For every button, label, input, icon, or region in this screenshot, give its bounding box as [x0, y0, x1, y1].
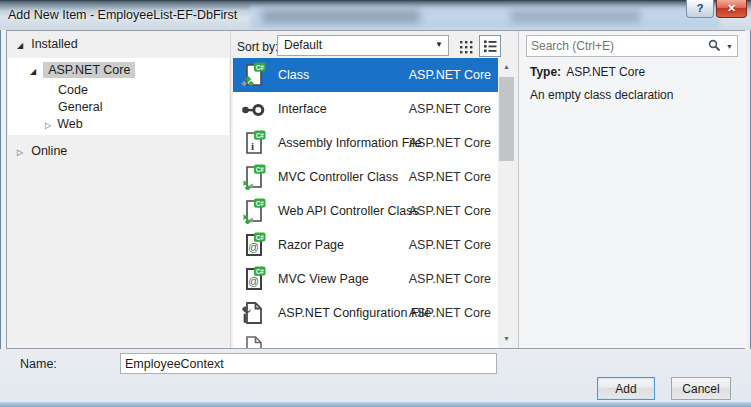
tree-node-label: Online	[31, 144, 67, 158]
template-framework-tag: ASP.NET Core	[409, 306, 491, 320]
svg-text:C#: C#	[256, 234, 265, 241]
svg-text:i: i	[251, 140, 254, 152]
tree-node-installed[interactable]: ◢Installed	[17, 37, 78, 51]
svg-text:C#: C#	[256, 200, 265, 207]
template-list: C# Class ASP.NET Core Interface ASP.NET …	[233, 58, 515, 348]
template-list-item[interactable]: i C# Assembly Information File ASP.NET C…	[233, 126, 498, 160]
small-icons-view-button[interactable]	[457, 38, 475, 56]
dialog-content: ◢Installed ◢ASP.NET Core Code General ▷W…	[6, 30, 745, 349]
expanded-triangle-icon: ◢	[30, 67, 36, 76]
template-list-item[interactable]: C# MVC Controller Class ASP.NET Core	[233, 160, 498, 194]
category-tree-pane: ◢Installed ◢ASP.NET Core Code General ▷W…	[7, 31, 231, 348]
list-view-button[interactable]	[479, 35, 501, 57]
add-button[interactable]: Add	[597, 377, 655, 400]
template-name: MVC Controller Class	[278, 170, 398, 184]
template-list-item[interactable]: C# Web API Controller Class ASP.NET Core	[233, 194, 498, 228]
template-list-item[interactable]: C# Class ASP.NET Core	[233, 58, 498, 92]
titlebar-blur-artifact	[262, 10, 420, 23]
window-title: Add New Item - EmployeeList-EF-DbFirst	[8, 8, 237, 22]
sort-dropdown-value: Default	[284, 38, 322, 52]
template-name: Assembly Information File	[278, 136, 422, 150]
name-label: Name:	[20, 357, 57, 371]
tree-node-aspnet-core[interactable]: ◢ASP.NET Core	[30, 63, 135, 77]
template-framework-tag: ASP.NET Core	[409, 68, 491, 82]
tree-node-label: Web	[57, 117, 82, 131]
web-api-controller-class-icon: C#	[240, 198, 266, 224]
search-icon[interactable]	[708, 39, 721, 55]
type-row: Type:ASP.NET Core	[530, 65, 645, 79]
collapsed-triangle-icon: ▷	[17, 148, 23, 157]
template-framework-tag: ASP.NET Core	[409, 136, 491, 150]
svg-text:C#: C#	[256, 166, 265, 173]
scroll-down-arrow-icon[interactable]: ▼	[498, 331, 515, 347]
template-list-item[interactable]: Interface ASP.NET Core	[233, 92, 498, 126]
svg-text:@: @	[248, 275, 259, 287]
close-button[interactable]: ✕	[716, 0, 747, 18]
window-controls: ? ✕	[686, 0, 747, 18]
help-button[interactable]: ?	[686, 0, 714, 18]
template-name: Class	[278, 68, 309, 82]
window-border-strip	[0, 402, 751, 407]
collapsed-triangle-icon: ▷	[45, 121, 51, 130]
info-pane: ▼ Type:ASP.NET Core An empty class decla…	[518, 31, 746, 348]
template-list-item[interactable]	[233, 330, 498, 348]
titlebar-blur-artifact	[510, 11, 640, 22]
list-scrollbar[interactable]: ▲ ▼	[498, 58, 515, 348]
sort-by-label: Sort by:	[237, 40, 278, 54]
search-box[interactable]: ▼	[526, 35, 738, 57]
template-framework-tag: ASP.NET Core	[409, 102, 491, 116]
search-input[interactable]	[531, 37, 691, 55]
tree-node-general[interactable]: General	[58, 100, 102, 114]
template-name: MVC View Page	[278, 272, 369, 286]
type-value: ASP.NET Core	[566, 65, 645, 79]
template-name: Web API Controller Class	[278, 204, 419, 218]
grid-dots-icon	[459, 40, 473, 54]
installed-subtree: ◢ASP.NET Core Code General ▷Web	[8, 58, 229, 135]
expanded-triangle-icon: ◢	[17, 41, 23, 50]
add-new-item-dialog: Add New Item - EmployeeList-EF-DbFirst ?…	[0, 0, 751, 407]
assembly-information-file-icon: i C#	[240, 130, 266, 156]
aspnet-configuration-file-icon	[240, 300, 266, 326]
template-list-item[interactable]: ASP.NET Configuration File ASP.NET Core	[233, 296, 498, 330]
template-framework-tag: ASP.NET Core	[409, 204, 491, 218]
name-input[interactable]	[120, 353, 497, 374]
search-options-chevron-icon[interactable]: ▼	[726, 43, 733, 50]
template-name: Interface	[278, 102, 327, 116]
cancel-button[interactable]: Cancel	[671, 377, 731, 400]
template-description: An empty class declaration	[530, 88, 673, 102]
interface-icon	[240, 96, 266, 122]
template-list-item[interactable]: @ C# Razor Page ASP.NET Core	[233, 228, 498, 262]
chevron-down-icon: ▼	[435, 40, 443, 49]
type-label: Type:	[530, 65, 561, 79]
template-framework-tag: ASP.NET Core	[409, 170, 491, 184]
tree-node-web[interactable]: ▷Web	[45, 117, 83, 131]
template-framework-tag: ASP.NET Core	[409, 272, 491, 286]
sort-dropdown[interactable]: Default ▼	[277, 35, 449, 56]
scrollbar-thumb[interactable]	[499, 77, 514, 161]
razor-page-icon: @ C#	[240, 232, 266, 258]
template-framework-tag: ASP.NET Core	[409, 238, 491, 252]
titlebar[interactable]: Add New Item - EmployeeList-EF-DbFirst ?…	[0, 0, 751, 30]
scroll-up-arrow-icon[interactable]: ▲	[498, 59, 515, 75]
list-view-icon	[483, 39, 497, 53]
file-icon	[240, 334, 266, 348]
class-icon: C#	[240, 62, 266, 88]
dialog-footer: Name: Add Cancel	[0, 349, 751, 402]
tree-node-online[interactable]: ▷Online	[17, 144, 67, 158]
tree-node-label: Installed	[31, 37, 78, 51]
svg-text:C#: C#	[256, 132, 265, 139]
mvc-controller-class-icon: C#	[240, 164, 266, 190]
svg-text:C#: C#	[256, 64, 265, 71]
mvc-view-page-icon: @ C#	[240, 266, 266, 292]
svg-text:C#: C#	[256, 268, 265, 275]
template-list-item[interactable]: @ C# MVC View Page ASP.NET Core	[233, 262, 498, 296]
svg-text:@: @	[248, 241, 259, 253]
template-list-rows: C# Class ASP.NET Core Interface ASP.NET …	[233, 58, 498, 348]
tree-node-code[interactable]: Code	[58, 83, 88, 97]
template-name: Razor Page	[278, 238, 344, 252]
selected-tree-node-label: ASP.NET Core	[43, 62, 135, 78]
